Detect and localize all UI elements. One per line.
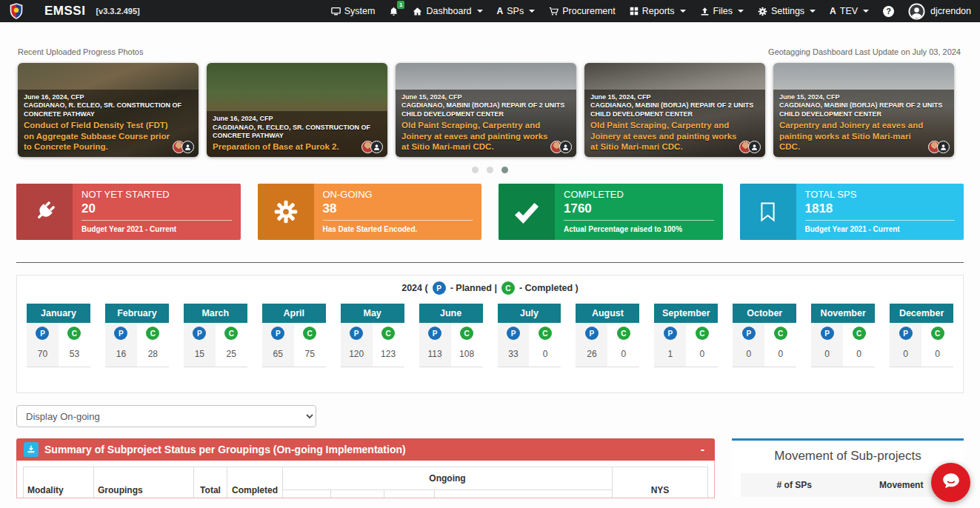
carousel-dots: [0, 167, 980, 173]
summary-panel-header: Summary of Subproject Status per Groupin…: [16, 438, 715, 461]
chevron-down-icon: [477, 10, 483, 13]
collapse-button[interactable]: -: [698, 444, 707, 455]
col-modality: Modality: [24, 467, 94, 499]
completed-count: 25: [216, 344, 247, 367]
user-silhouette-icon: [181, 141, 194, 153]
col-ongoing-70-99: 70-99%: [283, 490, 331, 499]
nav-reports[interactable]: Reports: [630, 6, 686, 16]
help-button[interactable]: ?: [883, 6, 894, 17]
planned-badge-icon: P: [271, 327, 284, 340]
nav-system[interactable]: System: [331, 6, 376, 16]
col-completed: Completed: [227, 467, 283, 499]
completed-badge-icon: C: [501, 281, 515, 295]
completed-count: 75: [294, 344, 326, 367]
nav-procurement[interactable]: Procurement: [549, 6, 616, 16]
carousel-dot[interactable]: [472, 167, 479, 173]
month-name: April: [262, 304, 326, 323]
month-name: November: [811, 304, 875, 323]
photo-project-title: CAGDIANAO, MABINI (BORJA) REPAIR OF 2 UN…: [401, 101, 570, 118]
carousel-dot[interactable]: [487, 167, 493, 173]
month-march: March P C 15 25: [184, 304, 247, 367]
bookmark-icon: [740, 184, 796, 240]
nav-dashboard[interactable]: Dashboard: [413, 6, 482, 16]
planned-count: 1: [654, 344, 686, 367]
stat-title: NOT YET STARTED: [81, 189, 232, 201]
photo-card[interactable]: June 16, 2024, CFP CAGDIANAO, R. ECLEO, …: [18, 63, 199, 157]
completed-count: 0: [921, 344, 953, 367]
completed-count: 0: [843, 344, 875, 367]
user-silhouette-icon: [370, 141, 383, 153]
planned-count: 0: [890, 344, 921, 367]
photo-caption: June 15, 2024, CFP CAGDIANAO, MABINI (BO…: [584, 90, 765, 157]
col-ongoing-001-69: 0.01-69%: [331, 490, 384, 499]
home-icon: [413, 7, 422, 16]
nav-tev[interactable]: A TEV: [830, 6, 869, 16]
nav-settings[interactable]: Settings: [758, 6, 816, 16]
planned-badge-icon: P: [899, 327, 913, 340]
uploader-avatars: [554, 141, 572, 153]
planned-count: 15: [184, 344, 216, 367]
nav-reports-label: Reports: [642, 6, 675, 16]
chevron-down-icon: [529, 10, 535, 13]
photo-description: Old Paint Scraping, Carpentry and Joiner…: [401, 120, 570, 153]
photo-card[interactable]: June 15, 2024, CFP CAGDIANAO, MABINI (BO…: [773, 63, 954, 157]
stat-value: 20: [81, 201, 232, 216]
completed-badge-icon: C: [224, 327, 238, 340]
chat-bubble-icon: [939, 469, 963, 496]
geotag-update-label: Geotagging Dashboard Last Update on July…: [768, 47, 961, 56]
month-september: September P C 1 0: [654, 304, 718, 367]
uploader-avatars: [743, 141, 761, 153]
planned-count: 120: [341, 344, 373, 367]
completed-badge-icon: C: [381, 327, 395, 340]
photo-card[interactable]: June 16, 2024, CFP CAGDIANAO, R. ECLEO, …: [207, 63, 387, 157]
chevron-down-icon: [863, 10, 869, 13]
nav-menu: System 1 Dashboard A SPs Procurement: [331, 3, 971, 20]
movement-table-header: # of SPs Movement: [741, 473, 955, 497]
user-silhouette-icon: [748, 141, 761, 153]
user-menu[interactable]: djcrendon: [908, 3, 971, 20]
chevron-down-icon: [738, 10, 744, 13]
month-name: June: [419, 304, 483, 323]
summary-title: Summary of Subproject Status per Groupin…: [44, 444, 406, 455]
nav-sps[interactable]: A SPs: [497, 6, 536, 16]
uploader-avatars: [365, 141, 383, 153]
planned-count: 33: [498, 344, 530, 367]
month-name: December: [890, 304, 953, 323]
planned-count: 65: [262, 344, 294, 367]
monitor-icon: [331, 7, 341, 16]
photo-card[interactable]: June 15, 2024, CFP CAGDIANAO, MABINI (BO…: [584, 63, 765, 157]
planned-count: 0: [733, 344, 764, 367]
app-version: [v3.3.2.495]: [96, 7, 139, 16]
planned-completed-calendar: 2024 ( P - Planned | C - Completed ) Jan…: [16, 275, 964, 393]
completed-badge-icon: C: [146, 327, 159, 340]
planned-count: 113: [419, 344, 451, 367]
nav-files[interactable]: Files: [700, 6, 744, 16]
col-ongoing: Ongoing: [283, 467, 613, 490]
photo-card[interactable]: June 15, 2024, CFP CAGDIANAO, MABINI (BO…: [396, 63, 576, 157]
download-icon[interactable]: [24, 442, 39, 457]
section-divider: [16, 262, 964, 263]
carousel-dot-active[interactable]: [501, 167, 508, 173]
photo-caption: June 16, 2024, CFP CAGDIANAO, R. ECLEO, …: [207, 111, 387, 157]
month-april: April P C 65 75: [262, 304, 326, 367]
nav-procurement-label: Procurement: [562, 6, 616, 16]
photo-carousel: June 16, 2024, CFP CAGDIANAO, R. ECLEO, …: [0, 63, 980, 157]
app-title: EMSSI: [44, 4, 85, 19]
font-icon: A: [830, 7, 836, 16]
display-filter-select[interactable]: Display On-going: [16, 405, 316, 427]
completed-count: 0: [686, 344, 718, 367]
completed-badge-icon: C: [303, 327, 316, 340]
total-sps-card: TOTAL SPS 1818 Budget Year 2021 - Curren…: [740, 184, 964, 240]
month-june: June P C 113 108: [419, 304, 483, 367]
chat-widget-button[interactable]: [931, 463, 970, 502]
check-icon: [499, 184, 555, 240]
photo-date: June 16, 2024, CFP: [213, 115, 381, 124]
stat-title: COMPLETED: [564, 189, 714, 201]
months-row: January P C 70 53 February P C 16 28 Mar…: [17, 304, 963, 367]
nav-system-label: System: [344, 6, 376, 16]
photo-date: June 16, 2024, CFP: [24, 93, 193, 102]
month-name: May: [341, 304, 404, 323]
month-august: August P C 26 0: [576, 304, 639, 367]
month-name: January: [27, 304, 90, 323]
notifications-button[interactable]: 1: [389, 7, 399, 16]
